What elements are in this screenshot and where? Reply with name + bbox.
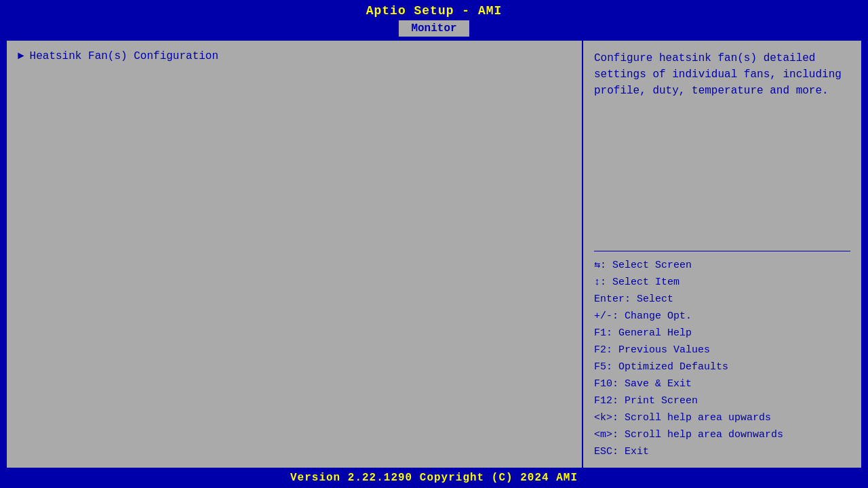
shortcut-action: Select (637, 293, 673, 305)
main-content: ► Heatsink Fan(s) Configuration Configur… (5, 39, 863, 472)
shortcut-action: Save & Exit (625, 378, 692, 390)
divider (594, 251, 850, 251)
menu-item-label: Heatsink Fan(s) Configuration (30, 50, 218, 62)
shortcut-m: <m>: Scroll help area downwards (594, 427, 850, 443)
shortcut-action: Change Opt. (625, 310, 692, 322)
shortcut-action: Optimized Defaults (618, 361, 728, 373)
shortcut-f12: F12: Print Screen (594, 393, 850, 409)
shortcut-select-item: ↕: Select Item (594, 274, 850, 291)
shortcut-key: ⇆: (594, 260, 612, 271)
arrow-icon: ► (18, 50, 24, 62)
shortcut-key: <k>: (594, 412, 625, 424)
shortcut-action: General Help (618, 327, 692, 339)
shortcut-key: F5: (594, 361, 618, 373)
shortcut-action: Print Screen (625, 395, 698, 407)
menu-item-heatsink[interactable]: ► Heatsink Fan(s) Configuration (18, 49, 571, 64)
shortcut-key: F10: (594, 378, 625, 390)
shortcut-f1: F1: General Help (594, 325, 850, 342)
shortcut-f2: F2: Previous Values (594, 342, 850, 359)
description-area: Configure heatsink fan(s) detailed setti… (594, 50, 850, 245)
shortcut-enter: Enter: Select (594, 291, 850, 308)
shortcut-action: Select Screen (612, 260, 692, 271)
help-shortcuts: ⇆: Select Screen ↕: Select Item Enter: S… (594, 257, 850, 461)
right-panel: Configure heatsink fan(s) detailed setti… (583, 41, 861, 470)
shortcut-action: Scroll help area upwards (625, 412, 771, 424)
tab-bar: Monitor (0, 20, 868, 39)
description-text: Configure heatsink fan(s) detailed setti… (594, 50, 850, 99)
footer: Version 2.22.1290 Copyright (C) 2024 AMI (0, 468, 868, 488)
shortcut-key: ↕: (594, 277, 612, 288)
shortcut-action: Exit (625, 446, 649, 458)
shortcut-esc: ESC: Exit (594, 444, 850, 460)
left-panel: ► Heatsink Fan(s) Configuration (7, 41, 583, 470)
app-title: Aptio Setup - AMI (0, 0, 868, 20)
shortcut-action: Previous Values (618, 344, 710, 356)
shortcut-key: F12: (594, 395, 625, 407)
tab-monitor[interactable]: Monitor (399, 20, 469, 37)
shortcut-key: ESC: (594, 446, 625, 458)
shortcut-change-opt: +/-: Change Opt. (594, 308, 850, 325)
shortcut-key: +/-: (594, 310, 625, 322)
shortcut-select-screen: ⇆: Select Screen (594, 258, 850, 274)
shortcut-f10: F10: Save & Exit (594, 376, 850, 392)
shortcut-key: F1: (594, 327, 618, 339)
shortcut-key: F2: (594, 344, 618, 356)
shortcut-key: <m>: (594, 429, 625, 441)
shortcut-f5: F5: Optimized Defaults (594, 359, 850, 375)
shortcut-action: Select Item (612, 277, 679, 288)
shortcut-k: <k>: Scroll help area upwards (594, 410, 850, 426)
shortcut-action: Scroll help area downwards (625, 429, 783, 441)
shortcut-key: Enter: (594, 293, 637, 305)
footer-text: Version 2.22.1290 Copyright (C) 2024 AMI (290, 472, 578, 484)
title-text: Aptio Setup - AMI (366, 4, 502, 18)
